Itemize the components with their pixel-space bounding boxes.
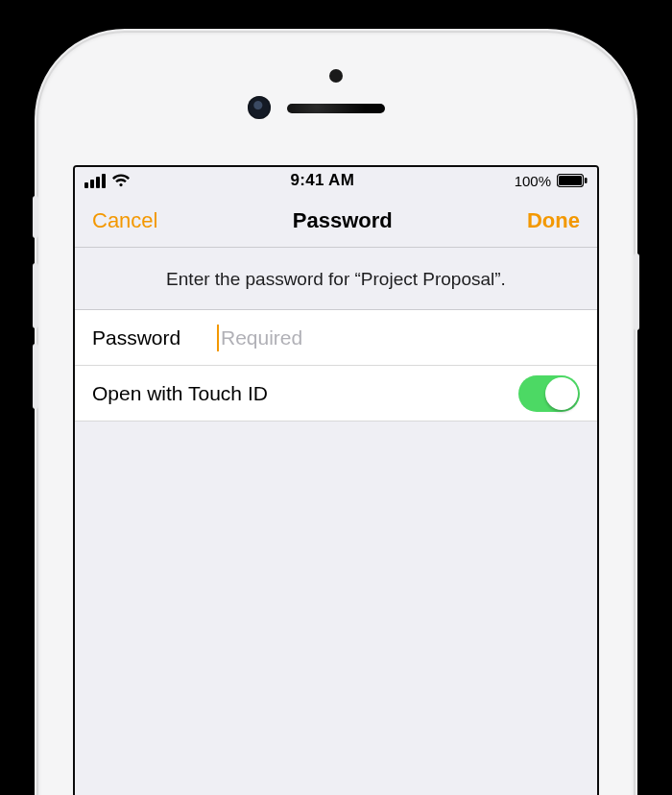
- svg-rect-2: [585, 178, 588, 183]
- password-prompt: Enter the password for “Project Proposal…: [75, 248, 597, 310]
- volume-down-button: [33, 344, 38, 409]
- proximity-sensor: [329, 69, 343, 83]
- navbar: Cancel Password Done: [75, 194, 597, 248]
- battery-icon: [557, 174, 588, 187]
- done-button[interactable]: Done: [527, 208, 580, 233]
- password-row[interactable]: Password: [75, 310, 597, 366]
- password-label: Password: [92, 326, 217, 349]
- touch-id-row: Open with Touch ID: [75, 366, 597, 422]
- cellular-signal-icon: [84, 174, 106, 188]
- screen: 9:41 AM 100% Cancel Password Done Enter …: [73, 165, 599, 795]
- svg-rect-1: [559, 176, 582, 185]
- navbar-title: Password: [293, 208, 393, 233]
- touch-id-toggle[interactable]: [518, 375, 580, 412]
- wifi-icon: [111, 174, 131, 187]
- earpiece-speaker: [287, 104, 385, 113]
- mute-switch: [33, 196, 38, 238]
- front-camera: [248, 96, 271, 119]
- power-button: [634, 253, 639, 330]
- text-cursor: [217, 325, 219, 351]
- status-time: 9:41 AM: [290, 171, 354, 190]
- password-input[interactable]: [217, 326, 580, 349]
- iphone-device-frame: 9:41 AM 100% Cancel Password Done Enter …: [38, 33, 634, 795]
- touch-id-label: Open with Touch ID: [92, 382, 268, 405]
- cancel-button[interactable]: Cancel: [92, 208, 157, 233]
- battery-percentage: 100%: [515, 173, 551, 189]
- status-bar: 9:41 AM 100%: [75, 167, 597, 194]
- volume-up-button: [33, 263, 38, 328]
